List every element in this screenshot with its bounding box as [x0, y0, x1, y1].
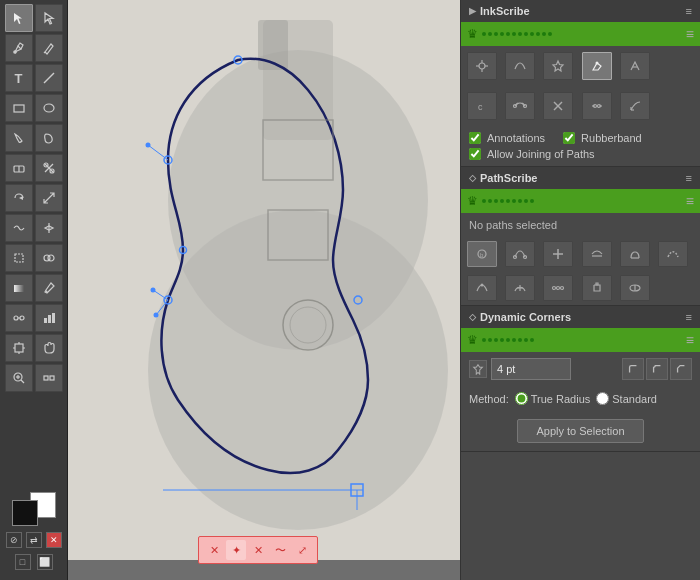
dc-corner-type-buttons [622, 358, 692, 380]
sel-btn-expand[interactable]: ⤢ [292, 540, 312, 560]
is-tool-smooth[interactable] [505, 92, 535, 120]
is-tool-anchor[interactable] [467, 52, 497, 80]
ps-tool-distribute[interactable] [543, 275, 573, 301]
is-tool-segment[interactable] [505, 52, 535, 80]
tool-type[interactable]: T [5, 64, 33, 92]
dc-apply-btn-row: Apply to Selection [461, 411, 700, 451]
svg-rect-20 [48, 315, 51, 323]
pathscribe-collapse-icon[interactable]: ≡ [686, 172, 692, 184]
rubberband-checkbox[interactable] [563, 132, 575, 144]
pathscribe-bar-menu[interactable]: ≡ [686, 193, 694, 209]
tool-width[interactable] [35, 214, 63, 242]
tool-eraser[interactable] [5, 154, 33, 182]
ps-tool-dash[interactable] [658, 241, 688, 267]
ps-tool-loop[interactable] [582, 275, 612, 301]
pathscribe-title-text: PathScribe [480, 172, 537, 184]
tool-eyedropper[interactable] [35, 274, 63, 302]
dynamic-corners-bar-menu[interactable]: ≡ [686, 332, 694, 348]
default-colors-icon[interactable]: ⊘ [6, 532, 22, 548]
tool-brush[interactable] [5, 124, 33, 152]
inkscribe-header[interactable]: ▶ InkScribe ≡ [461, 0, 700, 22]
tool-line[interactable] [35, 64, 63, 92]
tool-scale[interactable] [35, 184, 63, 212]
dynamic-corners-title: Dynamic Corners [480, 311, 571, 323]
is-tool-break[interactable] [582, 92, 612, 120]
svg-rect-14 [14, 285, 24, 292]
tool-zoom[interactable] [5, 364, 33, 392]
svg-point-59 [479, 63, 485, 69]
tool-gradient[interactable] [5, 274, 33, 302]
tool-blob-brush[interactable] [35, 124, 63, 152]
svg-point-15 [45, 291, 47, 293]
swap-colors-icon[interactable]: ⇄ [26, 532, 42, 548]
inkscribe-bar-menu[interactable]: ≡ [686, 26, 694, 42]
tool-rotate[interactable] [5, 184, 33, 212]
svg-point-46 [151, 288, 156, 293]
svg-point-35 [148, 210, 448, 530]
tool-warp[interactable] [5, 214, 33, 242]
ps-tool-circle[interactable]: b [467, 241, 497, 267]
inkscribe-menu-icon[interactable]: ≡ [686, 5, 692, 17]
dynamic-corners-crown-icon: ♛ [467, 333, 478, 347]
sel-btn-wave[interactable]: 〜 [270, 540, 290, 560]
change-screen-icon[interactable]: ⬜ [37, 554, 53, 570]
screen-mode-icon[interactable]: □ [15, 554, 31, 570]
svg-rect-21 [52, 313, 55, 323]
ps-tool-close-loop[interactable] [620, 241, 650, 267]
ps-tool-smooth-node[interactable] [505, 241, 535, 267]
dc-standard-radio[interactable] [596, 392, 609, 405]
tool-shape-builder[interactable] [35, 244, 63, 272]
tool-artboard[interactable] [5, 334, 33, 362]
is-tool-convert[interactable]: c [467, 92, 497, 120]
dynamic-corners-menu-icon[interactable]: ≡ [686, 311, 692, 323]
tool-scissors[interactable] [35, 154, 63, 182]
dc-true-radius-radio[interactable] [515, 392, 528, 405]
dynamic-corners-green-bar: ♛ ≡ [461, 328, 700, 352]
inkscribe-green-bar: ♛ ≡ [461, 22, 700, 46]
svg-point-3 [44, 104, 54, 112]
canvas-svg [68, 0, 460, 560]
is-tool-extend[interactable] [620, 92, 650, 120]
stroke-swatch[interactable] [12, 500, 38, 526]
dc-corner-inward[interactable] [646, 358, 668, 380]
tool-ellipse[interactable] [35, 94, 63, 122]
tool-hand[interactable] [35, 334, 63, 362]
dc-apply-button[interactable]: Apply to Selection [517, 419, 643, 443]
tool-pen[interactable] [5, 34, 33, 62]
tool-transform[interactable] [5, 244, 33, 272]
inkscribe-header-icons: ≡ [686, 5, 692, 17]
is-tool-cross[interactable] [543, 92, 573, 120]
tool-rectangle[interactable] [5, 94, 33, 122]
ps-tool-move-pt[interactable] [467, 275, 497, 301]
svg-rect-11 [15, 254, 23, 262]
tool-extra[interactable] [35, 364, 63, 392]
none-icon[interactable]: ✕ [46, 532, 62, 548]
tool-column-graph[interactable] [35, 304, 63, 332]
color-swatch-area: ⊘ ⇄ ✕ □ ⬜ [0, 486, 68, 576]
annotations-label: Annotations [487, 132, 545, 144]
ps-tool-add-pts[interactable] [505, 275, 535, 301]
ps-tool-break-node[interactable] [582, 241, 612, 267]
tool-blend[interactable] [5, 304, 33, 332]
tool-select[interactable] [5, 4, 33, 32]
is-tool-pen-active[interactable] [582, 52, 612, 80]
annotations-checkbox[interactable] [469, 132, 481, 144]
sel-btn-close[interactable]: ✕ [204, 540, 224, 560]
dynamic-corners-header[interactable]: ◇ Dynamic Corners ≡ [461, 306, 700, 328]
dc-corner-chamfer[interactable] [670, 358, 692, 380]
dc-corner-round[interactable] [622, 358, 644, 380]
tool-grid: T [5, 4, 63, 392]
dc-standard-label[interactable]: Standard [596, 392, 657, 405]
tool-direct-select[interactable] [35, 4, 63, 32]
sel-btn-x[interactable]: ✕ [248, 540, 268, 560]
tool-pencil[interactable] [35, 34, 63, 62]
is-tool-star[interactable] [543, 52, 573, 80]
is-tool-remove[interactable] [620, 52, 650, 80]
dc-radius-input[interactable] [491, 358, 571, 380]
allow-joining-checkbox[interactable] [469, 148, 481, 160]
ps-tool-extra1[interactable] [620, 275, 650, 301]
pathscribe-header[interactable]: ◇ PathScribe ≡ [461, 167, 700, 189]
sel-btn-star[interactable]: ✦ [226, 540, 246, 560]
ps-tool-cross-node[interactable] [543, 241, 573, 267]
dc-true-radius-label[interactable]: True Radius [515, 392, 591, 405]
